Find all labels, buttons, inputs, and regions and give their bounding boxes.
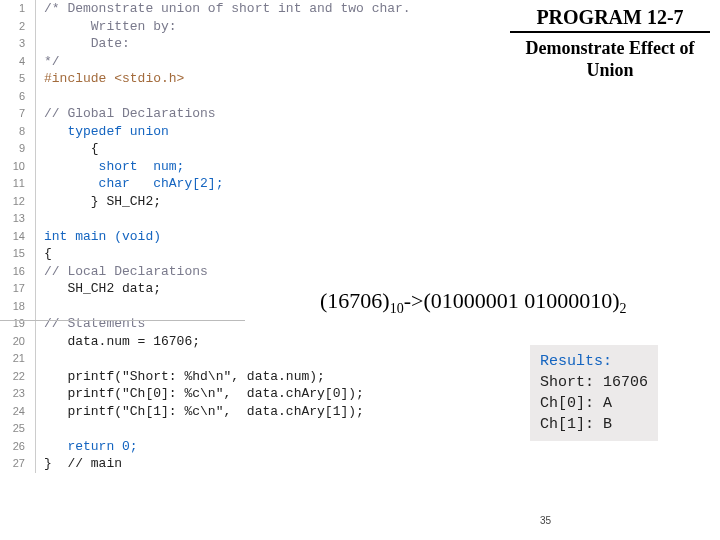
results-line: Ch[1]: B — [540, 414, 648, 435]
code-line: printf("Ch[0]: %c\n", data.chAry[0]); — [44, 385, 411, 403]
line-number: 17 — [0, 280, 25, 298]
line-number: 11 — [0, 175, 25, 193]
code-line: /* Demonstrate union of short int and tw… — [44, 0, 411, 18]
code-line: char chAry[2]; — [44, 175, 411, 193]
code-line — [44, 420, 411, 438]
line-number: 20 — [0, 333, 25, 351]
code-line: printf("Ch[1]: %c\n", data.chAry[1]); — [44, 403, 411, 421]
line-number: 13 — [0, 210, 25, 228]
binary-value: (01000001 01000010) — [423, 288, 619, 313]
source-code: /* Demonstrate union of short int and tw… — [36, 0, 411, 473]
line-number: 23 — [0, 385, 25, 403]
line-number: 4 — [0, 53, 25, 71]
code-line: #include <stdio.h> — [44, 70, 411, 88]
code-line: short num; — [44, 158, 411, 176]
code-line: */ — [44, 53, 411, 71]
line-number: 6 — [0, 88, 25, 106]
code-line: } SH_CH2; — [44, 193, 411, 211]
code-line: // Statements — [44, 315, 411, 333]
decimal-base: 10 — [390, 301, 404, 316]
line-number: 15 — [0, 245, 25, 263]
results-line: Ch[0]: A — [540, 393, 648, 414]
line-number: 27 — [0, 455, 25, 473]
code-line: typedef union — [44, 123, 411, 141]
code-line — [44, 210, 411, 228]
line-number: 5 — [0, 70, 25, 88]
code-line — [44, 350, 411, 368]
line-number: 18 — [0, 298, 25, 316]
binary-conversion-formula: (16706)10->(01000001 01000010)2 — [320, 288, 627, 317]
code-line: // Local Declarations — [44, 263, 411, 281]
decimal-value: (16706) — [320, 288, 390, 313]
line-number: 22 — [0, 368, 25, 386]
arrow: -> — [404, 288, 424, 313]
code-line: Date: — [44, 35, 411, 53]
line-number: 7 — [0, 105, 25, 123]
line-number: 12 — [0, 193, 25, 211]
line-number: 19 — [0, 315, 25, 333]
binary-base: 2 — [620, 301, 627, 316]
line-number: 24 — [0, 403, 25, 421]
code-line: printf("Short: %hd\n", data.num); — [44, 368, 411, 386]
line-number: 3 — [0, 35, 25, 53]
line-number: 10 — [0, 158, 25, 176]
results-line: Short: 16706 — [540, 372, 648, 393]
line-number: 1 — [0, 0, 25, 18]
line-number: 25 — [0, 420, 25, 438]
line-number: 21 — [0, 350, 25, 368]
line-number-gutter: 1234567891011121314151617181920212223242… — [0, 0, 36, 473]
code-line: { — [44, 140, 411, 158]
code-line: // Global Declarations — [44, 105, 411, 123]
code-line: data.num = 16706; — [44, 333, 411, 351]
code-area: 1234567891011121314151617181920212223242… — [0, 0, 411, 473]
code-line: { — [44, 245, 411, 263]
program-heading: PROGRAM 12-7 — [510, 6, 710, 33]
line-number: 9 — [0, 140, 25, 158]
code-line: } // main — [44, 455, 411, 473]
line-number: 14 — [0, 228, 25, 246]
results-title: Results: — [540, 351, 648, 372]
line-number: 16 — [0, 263, 25, 281]
program-subheading: Demonstrate Effect of Union — [510, 38, 710, 81]
results-box: Results: Short: 16706 Ch[0]: A Ch[1]: B — [530, 345, 658, 441]
page-number: 35 — [540, 515, 551, 526]
horizontal-divider — [0, 320, 245, 321]
line-number: 8 — [0, 123, 25, 141]
line-number: 26 — [0, 438, 25, 456]
line-number: 2 — [0, 18, 25, 36]
code-line — [44, 88, 411, 106]
code-line: int main (void) — [44, 228, 411, 246]
code-line: return 0; — [44, 438, 411, 456]
code-line: Written by: — [44, 18, 411, 36]
